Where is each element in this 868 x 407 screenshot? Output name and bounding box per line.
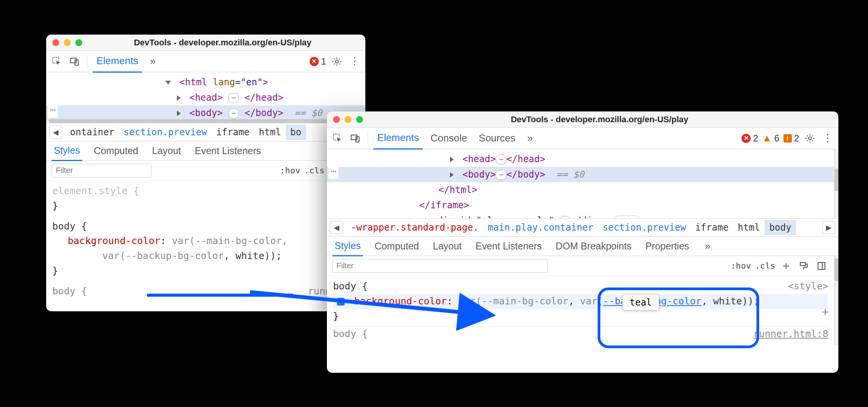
breadcrumb-left-icon[interactable]: ◀ [330,221,343,234]
settings-icon[interactable] [330,55,344,68]
settings-icon[interactable] [803,131,817,145]
traffic-lights [52,39,82,46]
error-badge[interactable]: ✕ 1 [310,56,326,67]
hov-button[interactable]: :hov [280,166,300,175]
cls-button[interactable]: .cls [304,166,325,175]
dom-row-head[interactable]: <head>⋯</head> [327,151,834,167]
dom-row-html-close[interactable]: </html> [327,182,834,198]
subtab-styles[interactable]: Styles [332,236,363,256]
breadcrumb-item[interactable]: main.play.container [483,220,598,235]
filter-input[interactable] [52,164,152,178]
ellipsis-icon[interactable]: ⋯ [228,108,239,118]
minimize-icon[interactable] [64,39,71,46]
rule-selector[interactable]: body { [333,279,828,294]
device-mode-icon[interactable] [348,131,362,145]
subtab-layout[interactable]: Layout [430,237,464,256]
subtab-styles[interactable]: Styles [52,141,82,161]
more-tabs-icon[interactable]: » [701,239,715,253]
more-tabs-icon[interactable]: » [523,131,537,145]
selected-marker: == $0 [295,108,322,118]
ellipsis-icon[interactable]: ⋯ [228,93,239,103]
breadcrumb-item[interactable]: -wrapper.standard-page. [346,220,483,235]
toolbar: Elements Console Sources » ✕2 ▲6 !2 ⋮ [327,128,838,149]
dom-row-html[interactable]: <html lang="en"> [46,75,365,90]
breadcrumb-item[interactable]: html [254,125,286,140]
checkbox-icon[interactable]: ✓ [337,298,345,306]
add-declaration-icon[interactable]: + [822,304,828,320]
paint-icon[interactable] [797,259,811,273]
inspect-icon[interactable] [331,131,345,145]
dom-row-div[interactable]: <div id="play-console">⋯</div> flex [327,213,834,218]
computed-panel-icon[interactable] [815,259,828,273]
breadcrumb: ◀ -wrapper.standard-page. main.play.cont… [327,218,838,237]
rule-source[interactable]: <style> [788,279,828,294]
info-badge[interactable]: !2 [783,133,799,144]
disclosure-triangle-icon[interactable] [165,81,171,85]
faded-rule: element.style { [52,184,359,199]
filter-input[interactable] [332,259,548,273]
more-tabs-icon[interactable]: » [146,55,160,68]
css-declaration-cont[interactable]: var(--backup-bg-color, white)); [52,249,359,264]
ellipsis-icon[interactable]: ⋯ [496,170,506,180]
error-icon: ✕ [741,134,751,143]
breadcrumb-item[interactable]: iframe [212,125,254,140]
cls-button[interactable]: .cls [755,261,775,271]
error-badge[interactable]: ✕2 [741,133,758,144]
selected-marker: == $0 [556,169,584,180]
scrollbar[interactable] [834,149,838,218]
close-icon[interactable] [52,39,59,46]
dom-row-head[interactable]: <head> ⋯ </head> [46,90,365,105]
minimize-icon[interactable] [345,116,352,123]
subtab-computed[interactable]: Computed [372,237,421,256]
subtab-dom-breakpoints[interactable]: DOM Breakpoints [553,237,634,256]
kebab-icon[interactable]: ⋮ [821,131,835,145]
inspect-icon[interactable] [50,55,64,68]
traffic-lights [333,116,363,123]
breadcrumb-item[interactable]: bo [286,125,306,140]
breadcrumb-left-icon[interactable]: ◀ [49,126,62,139]
breadcrumb-item[interactable]: body [765,220,796,235]
disclosure-triangle-icon[interactable] [177,111,181,116]
tab-sources[interactable]: Sources [475,128,519,149]
disclosure-triangle-icon[interactable] [450,172,454,178]
zoom-icon[interactable] [75,39,82,46]
subtab-computed[interactable]: Computed [92,141,140,160]
close-icon[interactable] [333,116,340,123]
disclosure-triangle-icon[interactable] [450,157,454,162]
dom-row-iframe-close[interactable]: </iframe> [327,198,834,213]
flex-badge[interactable]: flex [615,216,640,219]
css-declaration[interactable]: ✓ background-color: var(--main-bg-color,… [333,294,828,309]
hov-button[interactable]: :hov [731,261,751,271]
horizontal-scrollbar[interactable] [48,119,358,123]
css-declaration[interactable]: background-color: var(--main-bg-color, [52,234,359,249]
breadcrumb-right-icon[interactable]: ▶ [822,221,835,234]
subtab-event-listeners[interactable]: Event Listeners [193,141,263,160]
subtab-event-listeners[interactable]: Event Listeners [473,237,544,256]
ellipsis-icon[interactable]: ⋯ [496,154,506,164]
device-mode-icon[interactable] [68,55,82,68]
subtab-layout[interactable]: Layout [150,141,183,160]
devtools-window-1: DevTools - developer.mozilla.org/en-US/p… [46,35,365,311]
rule-brace: } [52,264,359,279]
ellipsis-icon[interactable]: ⋯ [560,216,570,218]
new-rule-icon[interactable]: ＋ [779,259,793,273]
breadcrumb-item[interactable]: section.preview [119,125,212,140]
breadcrumb-item[interactable]: iframe [691,220,733,235]
rule-selector[interactable]: body { [52,219,359,234]
tab-console[interactable]: Console [427,128,471,149]
dom-row-body[interactable]: <body> ⋯ </body> == $0 [46,105,365,121]
kebab-icon[interactable]: ⋮ [348,55,362,68]
rule-source[interactable]: runner.html:8 [753,327,828,342]
breadcrumb-item[interactable]: section.preview [598,220,691,235]
tab-elements[interactable]: Elements [93,50,142,73]
subtab-properties[interactable]: Properties [643,237,691,256]
scrollbar[interactable] [834,256,838,345]
dom-row-body[interactable]: <body>⋯</body> == $0 [327,167,834,182]
breadcrumb-item[interactable]: ontainer [65,125,119,140]
tab-elements[interactable]: Elements [373,127,423,150]
disclosure-triangle-icon[interactable] [177,95,181,101]
warning-badge[interactable]: ▲6 [762,132,780,144]
zoom-icon[interactable] [356,116,363,123]
breadcrumb-item[interactable]: html [733,220,765,235]
svg-point-8 [808,137,811,140]
